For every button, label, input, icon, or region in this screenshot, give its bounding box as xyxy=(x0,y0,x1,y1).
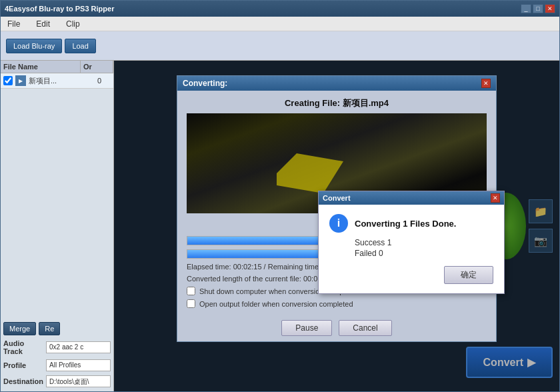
success-count: Success 1 xyxy=(355,238,493,247)
audio-track-label: Audio Track xyxy=(3,339,43,355)
dialog-close-button[interactable]: ✕ xyxy=(481,79,491,88)
toolbar: Load Blu-ray Load xyxy=(1,31,559,61)
info-icon: i xyxy=(329,214,348,233)
success-details: Success 1 Failed 0 xyxy=(329,238,493,258)
merge-re-row: Merge Re xyxy=(3,322,111,335)
convert-success-dialog: Convert ✕ i Converting 1 Files Done. Suc… xyxy=(318,191,505,294)
col-filename: File Name xyxy=(1,61,81,73)
app-window: 4Easysof Blu-ray to PS3 Ripper _ □ ✕ Fil… xyxy=(0,0,560,392)
open-folder-checkbox-row: Open output folder when conversion compl… xyxy=(187,299,487,308)
profile-row: Profile All Profiles xyxy=(3,359,111,371)
success-close-button[interactable]: ✕ xyxy=(491,193,500,203)
menu-file[interactable]: File xyxy=(3,18,24,30)
col-orig: Or xyxy=(81,61,113,73)
load-bluray-button[interactable]: Load Blu-ray xyxy=(6,39,62,53)
title-bar: 4Easysof Blu-ray to PS3 Ripper _ □ ✕ xyxy=(1,1,559,17)
minimize-button[interactable]: _ xyxy=(521,4,531,13)
destination-row: Destination D:\tools\桌面\ xyxy=(3,375,111,387)
file-list-row[interactable]: ▶ 新项目... 0 xyxy=(1,73,113,89)
audio-track-combo[interactable]: 0x2 aac 2 c xyxy=(46,341,111,353)
dialog-title-bar: Converting: ✕ xyxy=(177,76,496,91)
file-type-icon: ▶ xyxy=(15,75,26,86)
menu-edit[interactable]: Edit xyxy=(32,18,54,30)
success-dialog-title: Convert xyxy=(323,194,351,202)
profile-label: Profile xyxy=(3,361,43,369)
open-folder-label: Open output folder when conversion compl… xyxy=(199,300,353,308)
load-button[interactable]: Load xyxy=(65,39,95,53)
file-orig: 0 xyxy=(97,77,111,85)
right-panel: 📁 📷 Convert ▶ Converting: ✕ xyxy=(114,61,559,391)
left-panel: File Name Or ▶ 新项目... 0 Merge Re Audio T… xyxy=(1,61,114,391)
ok-button[interactable]: 确定 xyxy=(444,266,493,284)
menu-clip[interactable]: Clip xyxy=(62,18,84,30)
file-checkbox[interactable] xyxy=(3,76,13,85)
yellow-accent xyxy=(277,153,343,193)
success-message-row: i Converting 1 Files Done. xyxy=(329,214,493,233)
maximize-button[interactable]: □ xyxy=(533,4,543,13)
creating-file-label: Creating File: 新项目.mp4 xyxy=(187,97,487,109)
success-ok-row: 确定 xyxy=(329,263,493,284)
pause-button[interactable]: Pause xyxy=(281,320,332,336)
file-name: 新项目... xyxy=(29,76,97,86)
re-button[interactable]: Re xyxy=(39,322,60,335)
main-content: File Name Or ▶ 新项目... 0 Merge Re Audio T… xyxy=(1,61,559,391)
audio-track-row: Audio Track 0x2 aac 2 c xyxy=(3,339,111,355)
profile-combo[interactable]: All Profiles xyxy=(46,359,111,371)
menu-bar: File Edit Clip xyxy=(1,17,559,31)
failed-count: Failed 0 xyxy=(355,249,493,258)
shutdown-checkbox[interactable] xyxy=(187,287,195,295)
left-bottom-controls: Merge Re Audio Track 0x2 aac 2 c Profile… xyxy=(1,318,113,391)
open-folder-checkbox[interactable] xyxy=(187,299,195,308)
destination-value[interactable]: D:\tools\桌面\ xyxy=(46,375,111,387)
success-dialog-body: i Converting 1 Files Done. Success 1 Fai… xyxy=(319,205,504,293)
title-controls: _ □ ✕ xyxy=(521,4,555,13)
cancel-button[interactable]: Cancel xyxy=(339,320,391,336)
close-button[interactable]: ✕ xyxy=(545,4,555,13)
file-list-header: File Name Or xyxy=(1,61,113,73)
success-title-bar: Convert ✕ xyxy=(319,191,504,205)
dialog-title: Converting: xyxy=(183,79,227,88)
app-title: 4Easysof Blu-ray to PS3 Ripper xyxy=(5,5,114,13)
merge-button[interactable]: Merge xyxy=(3,322,36,335)
dialog-buttons: Pause Cancel xyxy=(177,315,496,341)
success-message: Converting 1 Files Done. xyxy=(355,219,456,229)
destination-label: Destination xyxy=(3,377,43,385)
